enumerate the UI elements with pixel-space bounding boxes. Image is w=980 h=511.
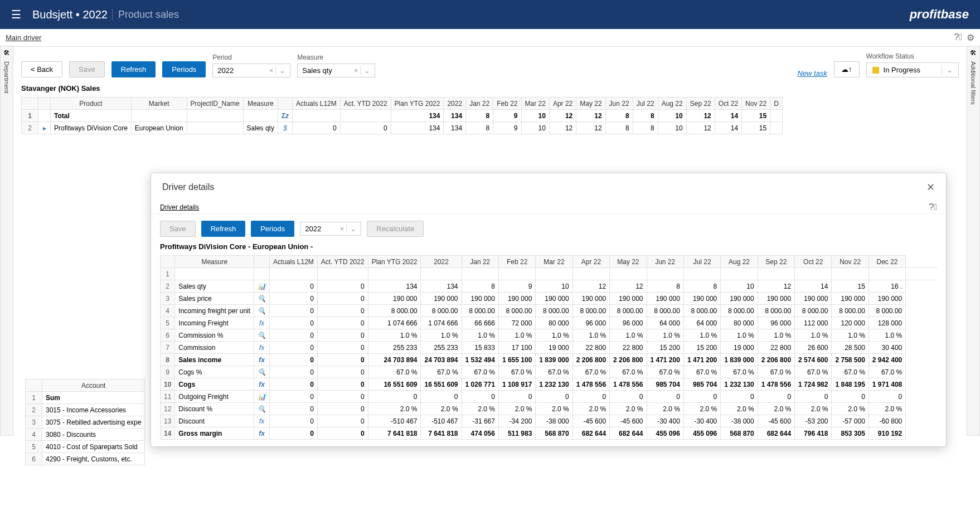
periods-button[interactable]: Periods	[162, 61, 206, 77]
col-header[interactable]: Dec 22	[869, 256, 905, 268]
table-row[interactable]: 1TotalΣz134134891012128810121415	[22, 110, 783, 122]
table-row[interactable]: 9Cogs %🔍0067.0 %67.0 %67.0 %67.0 %67.0 %…	[161, 366, 938, 378]
col-header[interactable]	[254, 256, 270, 268]
refresh-button[interactable]: Refresh	[111, 61, 156, 77]
formula-icon: fx	[254, 427, 270, 440]
help-icon[interactable]: ?⃝	[929, 202, 937, 212]
modal-refresh-button[interactable]: Refresh	[201, 221, 246, 237]
col-header[interactable]: Aug 22	[721, 256, 758, 268]
table-row[interactable]: 1	[161, 268, 938, 280]
col-header[interactable]: Nov 22	[832, 256, 869, 268]
col-header[interactable]: Feb 22	[493, 98, 521, 110]
col-header[interactable]: Feb 22	[498, 256, 535, 268]
col-header[interactable]: Oct 22	[795, 256, 832, 268]
table-row[interactable]: 43080 - Discounts	[26, 429, 145, 441]
menu-icon[interactable]: ☰	[11, 8, 21, 21]
formula-icon: 🔍	[254, 403, 270, 415]
table-row[interactable]: 4Incoming freight per unit🔍008 000.008 0…	[161, 305, 938, 317]
col-header[interactable]: Sep 22	[758, 256, 794, 268]
col-header[interactable]	[278, 98, 292, 110]
table-row[interactable]: 2▸Profitways DiVision CoreEuropean Union…	[22, 122, 783, 134]
formula-icon: fx	[254, 317, 270, 329]
col-header[interactable]: Sep 22	[686, 98, 715, 110]
table-row[interactable]: 13Discountfx00-510 467-510 467-31 667-34…	[161, 415, 938, 427]
col-header[interactable]: Mar 22	[521, 98, 549, 110]
col-header[interactable]	[22, 98, 38, 110]
col-header[interactable]	[161, 256, 175, 268]
col-header[interactable]: Product	[51, 98, 132, 110]
modal-tab[interactable]: Driver details	[160, 201, 199, 213]
chevron-down-icon[interactable]: ⌄	[346, 225, 356, 233]
col-header[interactable]: Measure	[243, 98, 278, 110]
new-task-link[interactable]: New task	[797, 69, 827, 77]
table-row[interactable]: 6Commission %🔍001.0 %1.0 %1.0 %1.0 %1.0 …	[161, 329, 938, 342]
col-header[interactable]: Nov 22	[742, 98, 770, 110]
clear-icon[interactable]: ×	[352, 66, 361, 75]
col-header[interactable]: Apr 22	[573, 256, 609, 268]
help-icon[interactable]: ?⃝	[954, 32, 962, 43]
col-header[interactable]: Aug 22	[658, 98, 686, 110]
col-header[interactable]: Jun 22	[647, 256, 683, 268]
close-icon[interactable]: ✕	[926, 181, 935, 193]
table-row[interactable]: 14Gross marginfx007 641 8187 641 818474 …	[161, 427, 938, 440]
main-toolbar: < Back Save Refresh Periods Period 2022 …	[21, 52, 959, 77]
left-rail[interactable]: 🛠 Department	[0, 46, 13, 436]
chevron-down-icon[interactable]: ⌄	[942, 66, 953, 74]
formula-icon: 🔍	[254, 305, 270, 317]
col-header[interactable]: Jan 22	[462, 256, 498, 268]
table-row[interactable]: 5Incoming Freightfx001 074 6661 074 6666…	[161, 317, 938, 329]
table-row[interactable]: 12Discount %🔍002.0 %2.0 %2.0 %2.0 %2.0 %…	[161, 403, 938, 415]
col-header[interactable]: May 22	[576, 98, 605, 110]
table-row[interactable]: 7Commissionfx00255 233255 23315 83317 10…	[161, 342, 938, 354]
table-row[interactable]: 23015 - Income Accessories	[26, 404, 145, 416]
col-header[interactable]	[38, 98, 51, 110]
workflow-status[interactable]: In Progress ⌄	[866, 62, 959, 77]
col-header[interactable]: 2022	[444, 98, 466, 110]
col-header[interactable]: Apr 22	[549, 98, 576, 110]
clear-icon[interactable]: ×	[267, 66, 276, 75]
modal-year-select[interactable]: 2022 × ⌄	[300, 222, 361, 236]
col-header[interactable]: Jul 22	[633, 98, 658, 110]
col-header[interactable]: ProjectID_Name	[187, 98, 243, 110]
cloud-upload-button[interactable]: ☁↑	[834, 61, 860, 77]
table-row[interactable]: 2Sales qty📊0013413489101212881012141516 …	[161, 280, 938, 293]
col-header[interactable]: May 22	[610, 256, 647, 268]
col-header[interactable]: Oct 22	[715, 98, 741, 110]
col-header[interactable]: Market	[131, 98, 187, 110]
chevron-down-icon[interactable]: ⌄	[275, 66, 285, 75]
settings-icon[interactable]: ⚙	[967, 32, 974, 43]
table-row[interactable]: 54010 - Cost of Spareparts Sold	[26, 441, 145, 453]
col-header[interactable]: Account	[42, 379, 145, 392]
table-row[interactable]: 33075 - Rebilled advertising expe	[26, 416, 145, 429]
col-header[interactable]: Jan 22	[466, 98, 493, 110]
col-header[interactable]: D	[770, 98, 783, 110]
col-header[interactable]: Plan YTG 2022	[368, 256, 421, 268]
right-rail[interactable]: 🛠 Additional filters	[967, 46, 980, 436]
chevron-down-icon[interactable]: ⌄	[360, 66, 370, 75]
table-row[interactable]: 10Cogsfx0016 551 60916 551 6091 026 7711…	[161, 378, 938, 391]
table-row[interactable]: 11Outgoing Freight📊0000000000000000	[161, 391, 938, 403]
main-grid[interactable]: ProductMarketProjectID_NameMeasureActual…	[21, 97, 959, 134]
modal-periods-button[interactable]: Periods	[251, 221, 294, 237]
period-select[interactable]: 2022 × ⌄	[212, 64, 290, 77]
table-row[interactable]: 64290 - Freight, Customs, etc.	[26, 453, 145, 465]
col-header[interactable]: Act. YTD 2022	[340, 98, 391, 110]
col-header[interactable]: Jun 22	[605, 98, 633, 110]
col-header[interactable]: Actuals L12M	[270, 256, 318, 268]
tab-main-driver[interactable]: Main driver	[6, 33, 41, 42]
col-header[interactable]: Actuals L12M	[293, 98, 341, 110]
col-header[interactable]: 2022	[421, 256, 462, 268]
col-header[interactable]: Measure	[175, 256, 254, 268]
col-header[interactable]: Mar 22	[536, 256, 573, 268]
measure-select[interactable]: Sales qty × ⌄	[297, 64, 375, 77]
table-row[interactable]: 3Sales price🔍00190 000190 000190 000190 …	[161, 293, 938, 305]
table-row[interactable]: 8Sales incomefx0024 703 89424 703 8941 5…	[161, 354, 938, 366]
table-row[interactable]: 1Sum	[26, 392, 145, 404]
account-grid[interactable]: Account1Sum23015 - Income Accessories330…	[25, 379, 148, 465]
back-button[interactable]: < Back	[21, 61, 62, 77]
clear-icon[interactable]: ×	[338, 225, 347, 233]
col-header[interactable]: Jul 22	[683, 256, 720, 268]
col-header[interactable]: Plan YTG 2022	[391, 98, 444, 110]
driver-details-grid[interactable]: MeasureActuals L12MAct. YTD 2022Plan YTG…	[160, 255, 937, 440]
col-header[interactable]: Act. YTD 2022	[317, 256, 368, 268]
